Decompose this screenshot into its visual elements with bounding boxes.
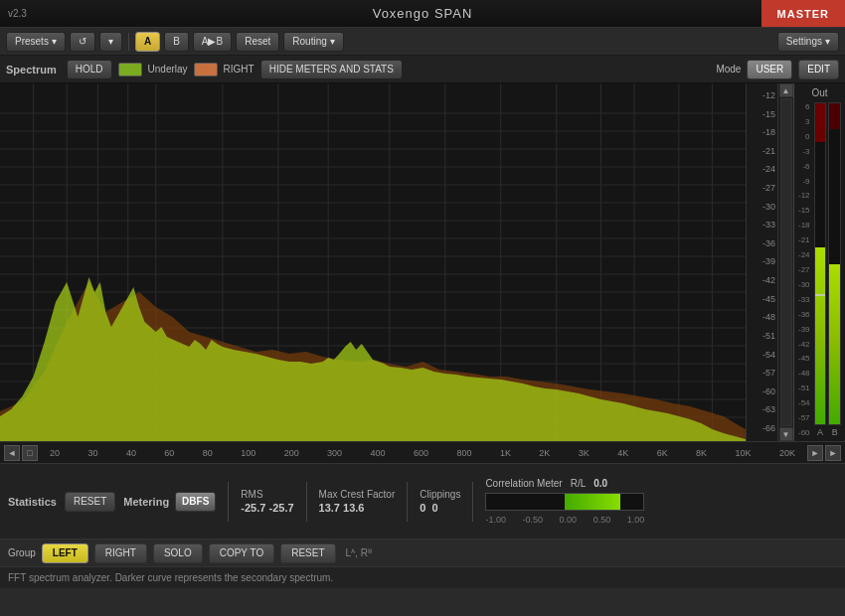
correlation-fill — [565, 494, 619, 510]
channel-notation: Lᴬ, Rᴮ — [346, 547, 372, 558]
routing-button[interactable]: Routing ▾ — [283, 32, 343, 52]
metering-section: Metering DBFS — [123, 492, 216, 512]
correlation-scale: -1.00 -0.50 0.00 0.50 1.00 — [485, 515, 644, 525]
main-area: 62.1 HZ B1 10 CENTS -44.8 DB — [0, 83, 845, 441]
vu-out-label: Out — [798, 87, 841, 98]
scroll-up-arrow[interactable]: ▲ — [779, 83, 793, 97]
spectrum-svg — [0, 83, 746, 441]
version-label: v2.3 — [8, 8, 27, 19]
vu-scale: 6 3 0 -3 -6 -9 -12 -15 -18 -21 -24 -27 -… — [798, 102, 812, 437]
bar-a-label: A — [814, 427, 827, 437]
clippings-label: Clippings — [420, 489, 460, 500]
rms-section: RMS -25.7 -25.7 — [241, 489, 293, 514]
group-left-button[interactable]: LEFT — [42, 543, 88, 563]
freq-right-btn1[interactable]: ► — [807, 445, 823, 461]
group-label: Group — [8, 547, 36, 558]
reset-button[interactable]: Reset — [236, 32, 279, 52]
correlation-title: Correlation Meter — [485, 478, 562, 489]
toolbar: Presets ▾ ↺ ▾ A B A▶B Reset Routing ▾ Se… — [0, 28, 845, 56]
divider-stats — [228, 482, 229, 522]
freq-scroll-buttons[interactable]: ◄ □ — [0, 445, 42, 461]
settings-button[interactable]: Settings ▾ — [777, 32, 839, 52]
divider — [128, 33, 129, 51]
spectrum-label: Spectrum — [6, 64, 57, 76]
right-color-swatch[interactable] — [194, 63, 218, 77]
rms-values: -25.7 -25.7 — [241, 502, 293, 514]
master-button[interactable]: MASTER — [761, 0, 845, 27]
rms-label: RMS — [241, 489, 293, 500]
metering-label: Metering — [123, 496, 169, 508]
ab-a-button[interactable]: A — [135, 32, 160, 52]
solo-button[interactable]: SOLO — [153, 543, 203, 563]
edit-mode-button[interactable]: EDIT — [798, 60, 839, 79]
user-mode-button[interactable]: USER — [747, 60, 792, 79]
undo-button[interactable]: ↺ — [70, 32, 95, 52]
underlay-label: Underlay — [148, 64, 188, 75]
hide-meters-button[interactable]: HIDE METERS AND STATS — [260, 60, 403, 79]
clippings-values: 0 0 — [420, 502, 460, 514]
group-right-button[interactable]: RIGHT — [94, 543, 147, 563]
status-bar: FFT spectrum analyzer. Darker curve repr… — [0, 566, 845, 588]
freq-scroll-right[interactable]: ► ► — [803, 445, 845, 461]
divider-clip — [472, 482, 473, 522]
freq-axis: ◄ □ 20 30 40 60 80 100 200 300 400 600 8… — [0, 441, 845, 463]
divider-rms — [306, 482, 307, 522]
bar-b-label: B — [828, 427, 841, 437]
vu-bar-a: A — [814, 102, 827, 437]
correlation-meter — [485, 493, 644, 511]
right-label: RIGHT — [224, 64, 254, 75]
correlation-section: Correlation Meter R/L 0.0 -1.00 -0.50 0.… — [485, 478, 644, 525]
spectrum-display[interactable]: 62.1 HZ B1 10 CENTS -44.8 DB — [0, 83, 746, 441]
statistics-title: Statistics — [8, 496, 57, 508]
group-bar: Group LEFT RIGHT SOLO COPY TO RESET Lᴬ, … — [0, 539, 845, 566]
statistics-bar: Statistics RESET Metering DBFS RMS -25.7… — [0, 463, 845, 539]
mode-label: Mode — [716, 64, 741, 75]
title-bar: v2.3 Voxengo SPAN MASTER — [0, 0, 845, 28]
dbfs-button[interactable]: DBFS — [175, 492, 216, 512]
scroll-down-arrow[interactable]: ▼ — [779, 427, 793, 441]
crest-label: Max Crest Factor — [319, 489, 396, 500]
clippings-section: Clippings 0 0 — [420, 489, 460, 514]
statistics-section: Statistics — [8, 496, 57, 508]
correlation-value: 0.0 — [593, 478, 607, 489]
vertical-scrollbar[interactable]: ▲ ▼ — [777, 83, 793, 441]
vu-meter: Out 6 3 0 -3 -6 -9 -12 -15 -18 -21 -24 -… — [793, 83, 845, 441]
freq-right-btn2[interactable]: ► — [825, 445, 841, 461]
ab-b-button[interactable]: B — [164, 32, 189, 52]
crest-values: 13.7 13.6 — [319, 502, 396, 514]
app-title: Voxengo SPAN — [373, 6, 473, 21]
freq-scroll-left[interactable]: ◄ — [4, 445, 20, 461]
crest-section: Max Crest Factor 13.7 13.6 — [319, 489, 396, 514]
green-color-swatch[interactable] — [118, 63, 142, 77]
scroll-track[interactable] — [780, 98, 792, 426]
db-scale: -12 -15 -18 -21 -24 -27 -30 -33 -36 -39 … — [746, 83, 777, 441]
group-reset-button[interactable]: RESET — [280, 543, 335, 563]
correlation-rl: R/L — [571, 478, 587, 489]
divider-crest — [407, 482, 408, 522]
stats-reset-button[interactable]: RESET — [65, 492, 115, 512]
freq-labels: 20 30 40 60 80 100 200 300 400 600 800 1… — [42, 448, 803, 458]
status-text: FFT spectrum analyzer. Darker curve repr… — [8, 572, 333, 583]
redo-button[interactable]: ▾ — [99, 32, 122, 52]
presets-button[interactable]: Presets ▾ — [6, 32, 66, 52]
freq-scroll-small[interactable]: □ — [22, 445, 38, 461]
spectrum-toolbar: Spectrum HOLD Underlay RIGHT HIDE METERS… — [0, 56, 845, 83]
ab-copy-button[interactable]: A▶B — [193, 32, 232, 52]
copy-to-button[interactable]: COPY TO — [209, 543, 274, 563]
vu-bars: A B — [814, 102, 841, 437]
vu-bar-b: B — [828, 102, 841, 437]
hold-button[interactable]: HOLD — [67, 60, 112, 79]
